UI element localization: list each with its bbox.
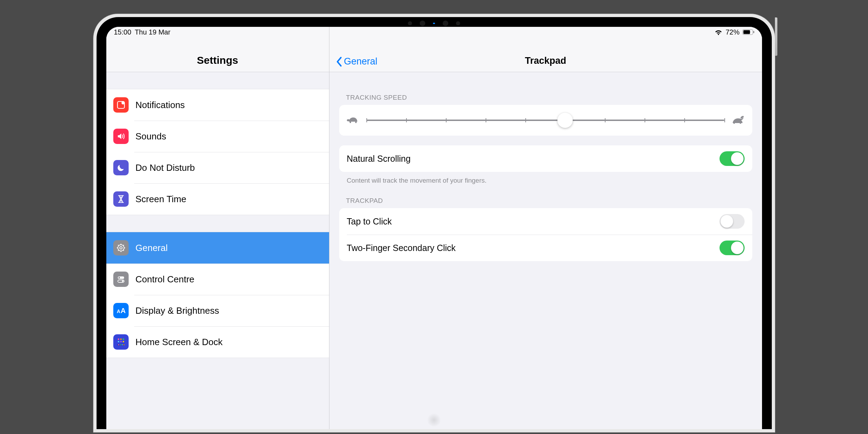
two-finger-row[interactable]: Two-Finger Secondary Click [339, 235, 752, 261]
sidebar-item-homescreen[interactable]: Home Screen & Dock [106, 326, 329, 358]
sidebar-group-1: Notifications Sounds Do Not Disturb [106, 89, 329, 215]
svg-line-14 [118, 250, 119, 251]
sidebar-item-sounds[interactable]: Sounds [106, 121, 329, 152]
sidebar-item-label: Home Screen & Dock [136, 337, 223, 348]
natural-scrolling-label: Natural Scrolling [347, 154, 411, 164]
status-bar: 15:00 Thu 19 Mar 72% [106, 27, 762, 37]
section-header-tracking: TRACKING SPEED [339, 79, 752, 105]
battery-icon [743, 29, 754, 35]
svg-point-35 [740, 115, 744, 119]
svg-point-6 [120, 247, 122, 249]
switches-icon [113, 272, 129, 287]
tap-to-click-row[interactable]: Tap to Click [339, 208, 752, 235]
svg-rect-22 [120, 338, 122, 340]
app-grid-icon [113, 334, 129, 350]
natural-scrolling-card: Natural Scrolling [339, 145, 752, 172]
sidebar-item-general[interactable]: General [106, 232, 329, 264]
slider-track[interactable] [366, 120, 724, 121]
sounds-icon [113, 129, 129, 144]
svg-text:A: A [121, 307, 125, 314]
trackpad-card: Tap to Click Two-Finger Secondary Click [339, 208, 752, 261]
two-finger-switch[interactable] [719, 241, 745, 255]
svg-rect-28 [118, 344, 119, 345]
sidebar-item-notifications[interactable]: Notifications [106, 89, 329, 121]
natural-scrolling-row[interactable]: Natural Scrolling [339, 145, 752, 172]
power-button [775, 17, 777, 56]
tortoise-icon [346, 115, 360, 126]
svg-rect-31 [123, 344, 124, 345]
svg-rect-34 [355, 121, 357, 123]
sidebar-item-label: Screen Time [136, 194, 186, 205]
home-indicator [427, 413, 441, 427]
sidebar-item-label: Display & Brightness [136, 305, 219, 316]
svg-rect-33 [350, 121, 351, 123]
slider-knob[interactable] [557, 113, 573, 128]
sidebar-item-label: General [136, 243, 168, 253]
svg-rect-1 [743, 30, 750, 34]
sidebar-item-screentime[interactable]: Screen Time [106, 183, 329, 215]
detail-pane: General Trackpad TRACKING SPEED [329, 27, 762, 429]
notifications-icon [113, 97, 129, 113]
svg-rect-24 [118, 341, 119, 342]
wifi-icon [714, 29, 723, 35]
status-battery-percent: 72% [725, 28, 739, 36]
svg-text:A: A [117, 309, 120, 314]
sidebar-item-label: Control Centre [136, 274, 195, 285]
svg-point-5 [118, 245, 124, 251]
sidebar-title: Settings [197, 54, 238, 66]
svg-point-16 [118, 277, 120, 278]
chevron-left-icon [336, 56, 343, 67]
sidebar-item-label: Notifications [136, 100, 185, 111]
two-finger-label: Two-Finger Secondary Click [347, 243, 456, 253]
text-size-icon: AA [113, 303, 129, 318]
sidebar-item-display[interactable]: AA Display & Brightness [106, 295, 329, 326]
status-time: 15:00 [114, 28, 131, 36]
svg-rect-37 [740, 122, 741, 124]
status-date: Thu 19 Mar [135, 28, 170, 36]
sidebar-group-2: General Control Centre AA Display & Brig… [106, 232, 329, 358]
back-button[interactable]: General [336, 56, 378, 67]
svg-point-18 [122, 280, 123, 282]
sidebar-item-label: Do Not Disturb [136, 162, 195, 173]
natural-scrolling-note: Content will track the movement of your … [339, 172, 752, 184]
device-bezel: 15:00 Thu 19 Mar 72% Settings [97, 17, 772, 429]
back-label: General [344, 56, 378, 67]
tracking-speed-slider[interactable] [339, 105, 752, 136]
sidebar-item-label: Sounds [136, 131, 166, 142]
svg-rect-30 [122, 344, 123, 345]
svg-line-12 [123, 250, 124, 251]
svg-rect-26 [123, 341, 124, 342]
svg-rect-29 [120, 344, 121, 345]
section-header-trackpad: TRACKPAD [339, 184, 752, 208]
camera-cluster [408, 21, 460, 26]
svg-point-4 [121, 101, 124, 105]
detail-title: Trackpad [525, 55, 566, 66]
svg-rect-36 [733, 122, 735, 124]
hourglass-icon [113, 191, 129, 207]
svg-rect-21 [118, 338, 119, 340]
sidebar-item-dnd[interactable]: Do Not Disturb [106, 152, 329, 183]
moon-icon [113, 160, 129, 175]
gear-icon [113, 240, 129, 256]
svg-point-32 [347, 119, 350, 121]
sidebar-item-controlcentre[interactable]: Control Centre [106, 264, 329, 295]
hare-icon [731, 115, 745, 126]
svg-rect-25 [120, 341, 122, 342]
svg-line-11 [118, 245, 119, 246]
natural-scrolling-switch[interactable] [719, 151, 745, 166]
svg-rect-23 [123, 338, 124, 340]
sidebar: Settings Notifications Sounds [106, 27, 329, 429]
svg-line-13 [123, 245, 124, 246]
svg-rect-2 [753, 31, 754, 33]
device-frame: 15:00 Thu 19 Mar 72% Settings [93, 14, 775, 432]
tap-to-click-label: Tap to Click [347, 216, 392, 227]
screen: 15:00 Thu 19 Mar 72% Settings [106, 27, 762, 429]
tap-to-click-switch[interactable] [719, 214, 745, 229]
